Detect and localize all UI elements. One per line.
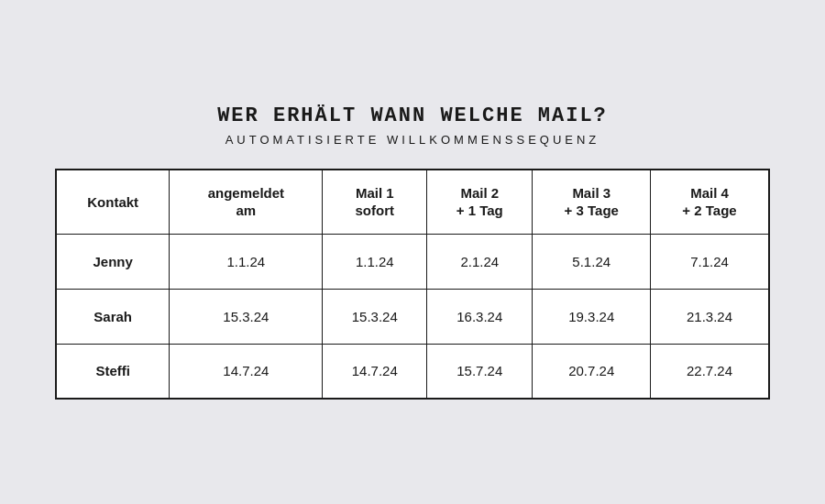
- col-header-mail2: Mail 2+ 1 Tag: [427, 170, 533, 234]
- cell-0-mail4: 7.1.24: [651, 234, 769, 289]
- data-table: Kontakt angemeldetam Mail 1sofort Mail 2…: [55, 169, 770, 400]
- col-header-angemeldet: angemeldetam: [170, 170, 323, 234]
- col-header-mail1: Mail 1sofort: [323, 170, 427, 234]
- cell-0-mail3: 5.1.24: [533, 234, 651, 289]
- page-container: Wer erhält wann welche Mail? Automatisie…: [0, 86, 825, 418]
- main-title: Wer erhält wann welche Mail?: [217, 104, 608, 127]
- table-row: Steffi14.7.2414.7.2415.7.2420.7.2422.7.2…: [56, 344, 769, 399]
- cell-2-mail3: 20.7.24: [533, 344, 651, 399]
- table-header-row: Kontakt angemeldetam Mail 1sofort Mail 2…: [56, 170, 769, 234]
- col-header-mail3: Mail 3+ 3 Tage: [533, 170, 651, 234]
- col-header-mail4: Mail 4+ 2 Tage: [651, 170, 769, 234]
- cell-2-name: Steffi: [56, 344, 170, 399]
- cell-1-mail2: 16.3.24: [427, 289, 533, 344]
- subtitle: Automatisierte Willkommenssequenz: [217, 133, 608, 147]
- cell-1-mail1: 15.3.24: [323, 289, 427, 344]
- cell-2-mail4: 22.7.24: [651, 344, 769, 399]
- col-header-kontakt: Kontakt: [56, 170, 170, 234]
- title-section: Wer erhält wann welche Mail? Automatisie…: [217, 104, 608, 147]
- table-row: Jenny1.1.241.1.242.1.245.1.247.1.24: [56, 234, 769, 289]
- cell-2-angemeldet: 14.7.24: [170, 344, 323, 399]
- cell-1-mail3: 19.3.24: [533, 289, 651, 344]
- cell-2-mail1: 14.7.24: [323, 344, 427, 399]
- cell-1-mail4: 21.3.24: [651, 289, 769, 344]
- cell-1-name: Sarah: [56, 289, 170, 344]
- cell-0-mail2: 2.1.24: [427, 234, 533, 289]
- cell-0-mail1: 1.1.24: [323, 234, 427, 289]
- cell-0-angemeldet: 1.1.24: [170, 234, 323, 289]
- table-wrapper: Kontakt angemeldetam Mail 1sofort Mail 2…: [55, 169, 770, 400]
- cell-1-angemeldet: 15.3.24: [170, 289, 323, 344]
- table-row: Sarah15.3.2415.3.2416.3.2419.3.2421.3.24: [56, 289, 769, 344]
- cell-0-name: Jenny: [56, 234, 170, 289]
- cell-2-mail2: 15.7.24: [427, 344, 533, 399]
